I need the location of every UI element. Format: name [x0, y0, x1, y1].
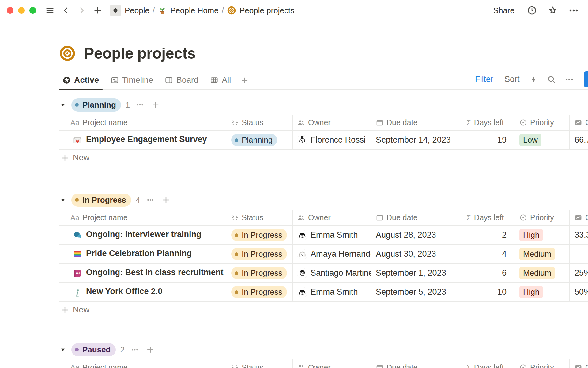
group-options-icon[interactable] [145, 194, 156, 205]
status-cell[interactable]: In Progress [225, 264, 293, 282]
column-header-due-date[interactable]: Due date [371, 210, 459, 225]
completion-cell[interactable]: 50% [570, 283, 588, 301]
column-header-priority[interactable]: Priority [514, 210, 570, 225]
back-icon[interactable] [59, 4, 72, 17]
column-header-owner[interactable]: Owner [293, 359, 371, 368]
column-header-due-date[interactable]: Due date [371, 115, 459, 130]
breadcrumb-item-people-projects[interactable]: People projects [224, 5, 297, 17]
table-row[interactable]: New York Office 2.0 In Progress Emma Smi… [59, 283, 588, 302]
column-header-status[interactable]: Status [225, 115, 293, 130]
new-page-icon[interactable] [91, 4, 104, 17]
search-icon[interactable] [545, 73, 558, 86]
tab-timeline[interactable]: Timeline [107, 71, 157, 89]
column-header-name[interactable]: Aa Project name [59, 115, 225, 130]
column-header-days-left[interactable]: Σ Days left [459, 115, 514, 130]
column-header-priority[interactable]: Priority [514, 115, 570, 130]
column-header-status[interactable]: Status [225, 210, 293, 225]
project-name-cell[interactable]: A+ Ongoing: Best in class recruitment [59, 264, 225, 282]
days-left-cell[interactable]: 19 [459, 131, 514, 149]
new-row-button[interactable]: New [59, 150, 588, 166]
favorite-star-icon[interactable] [546, 4, 559, 17]
column-header-days-left[interactable]: Σ Days left [459, 210, 514, 225]
due-date-cell[interactable]: September 1, 2023 [371, 264, 459, 282]
priority-pill[interactable]: Medium [519, 248, 555, 260]
group-options-icon[interactable] [134, 99, 145, 110]
column-header-completion[interactable]: Completion [570, 115, 588, 130]
status-cell[interactable]: In Progress [225, 245, 293, 263]
more-options-icon[interactable] [567, 4, 580, 17]
project-name[interactable]: Employee Engagement Survey [86, 135, 207, 145]
priority-pill[interactable]: High [519, 229, 543, 241]
collapse-toggle-icon[interactable] [59, 101, 67, 109]
priority-cell[interactable]: Medium [514, 245, 570, 263]
status-pill[interactable]: In Progress [231, 267, 287, 279]
status-cell[interactable]: In Progress [225, 283, 293, 301]
table-row[interactable]: A+ Ongoing: Best in class recruitment In… [59, 264, 588, 283]
group-status-pill[interactable]: Paused [71, 343, 116, 356]
forward-icon[interactable] [75, 4, 88, 17]
breadcrumb-item-people[interactable]: People [107, 3, 152, 17]
tab-board[interactable]: Board [161, 71, 202, 89]
new-row-button[interactable]: New [59, 302, 588, 318]
days-left-cell[interactable]: 10 [459, 283, 514, 301]
zoom-window-button[interactable] [29, 7, 36, 14]
group-add-icon[interactable] [145, 344, 156, 355]
owner-cell[interactable]: Santiago Martinez [293, 264, 371, 282]
completion-cell[interactable]: 66.7% [570, 131, 588, 149]
status-pill[interactable]: In Progress [231, 229, 287, 241]
project-name-cell[interactable]: Ongoing: Interviewer training [59, 226, 225, 244]
priority-pill[interactable]: Medium [519, 267, 555, 279]
days-left-cell[interactable]: 2 [459, 226, 514, 244]
project-name-cell[interactable]: Pride Celebration Planning [59, 245, 225, 263]
group-status-pill[interactable]: In Progress [71, 194, 131, 207]
clock-history-icon[interactable] [526, 4, 538, 17]
project-name[interactable]: New York Office 2.0 [86, 287, 163, 297]
close-window-button[interactable] [7, 7, 13, 14]
owner-cell[interactable]: Emma Smith [293, 283, 371, 301]
add-view-icon[interactable] [239, 71, 251, 89]
tab-all[interactable]: All [206, 71, 235, 89]
priority-cell[interactable]: High [514, 283, 570, 301]
status-cell[interactable]: Planning [225, 131, 293, 149]
project-name-cell[interactable]: Employee Engagement Survey [59, 131, 225, 149]
group-options-icon[interactable] [129, 344, 140, 355]
completion-cell[interactable]: 25% [570, 264, 588, 282]
page-target-icon[interactable] [59, 45, 76, 62]
column-header-status[interactable]: Status [225, 359, 293, 368]
priority-pill[interactable]: High [519, 286, 543, 298]
column-header-name[interactable]: Aa Project name [59, 210, 225, 225]
column-header-completion[interactable]: Completion [570, 210, 588, 225]
column-header-due-date[interactable]: Due date [371, 359, 459, 368]
owner-cell[interactable]: Florence Rossi [293, 131, 371, 149]
due-date-cell[interactable]: August 28, 2023 [371, 226, 459, 244]
view-options-icon[interactable] [563, 73, 576, 86]
project-name-cell[interactable]: New York Office 2.0 [59, 283, 225, 301]
minimize-window-button[interactable] [18, 7, 25, 14]
project-name[interactable]: Ongoing: Best in class recruitment [86, 268, 224, 278]
table-row[interactable]: Ongoing: Interviewer training In Progres… [59, 226, 588, 245]
sidebar-menu-icon[interactable] [43, 4, 56, 17]
due-date-cell[interactable]: September 5, 2023 [371, 283, 459, 301]
project-name[interactable]: Ongoing: Interviewer training [86, 230, 202, 240]
priority-cell[interactable]: High [514, 226, 570, 244]
owner-cell[interactable]: Amaya Hernandez [293, 245, 371, 263]
column-header-days-left[interactable]: Σ Days left [459, 359, 514, 368]
priority-cell[interactable]: Low [514, 131, 570, 149]
tab-active[interactable]: Active [59, 71, 103, 89]
days-left-cell[interactable]: 6 [459, 264, 514, 282]
group-status-pill[interactable]: Planning [71, 98, 121, 112]
due-date-cell[interactable]: August 30, 2023 [371, 245, 459, 263]
table-row[interactable]: Pride Celebration Planning In Progress A… [59, 245, 588, 264]
completion-cell[interactable]: 33.3% [570, 226, 588, 244]
completion-cell[interactable] [570, 245, 588, 263]
project-name[interactable]: Pride Celebration Planning [86, 249, 192, 259]
days-left-cell[interactable]: 4 [459, 245, 514, 263]
priority-pill[interactable]: Low [519, 134, 541, 146]
new-button[interactable]: New [584, 71, 588, 87]
collapse-toggle-icon[interactable] [59, 346, 67, 354]
column-header-priority[interactable]: Priority [514, 359, 570, 368]
column-header-name[interactable]: Aa Project name [59, 359, 225, 368]
status-cell[interactable]: In Progress [225, 226, 293, 244]
collapse-toggle-icon[interactable] [59, 196, 67, 204]
sort-button[interactable]: Sort [501, 73, 523, 85]
